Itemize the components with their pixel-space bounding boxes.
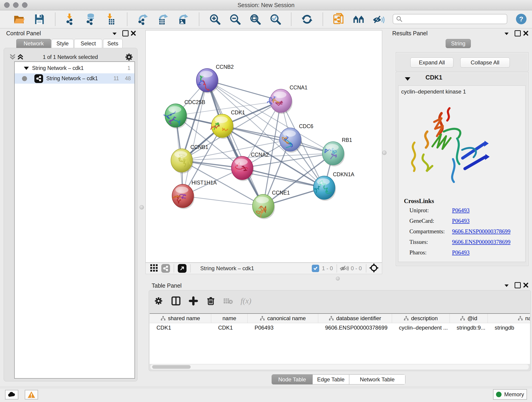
show-columns-icon[interactable] [171, 296, 181, 306]
node-CCNA1[interactable] [267, 89, 293, 114]
export-network-icon[interactable] [137, 13, 149, 26]
node-table[interactable]: shared namenamecanonical namedatabase id… [150, 313, 530, 364]
expand-all-button[interactable]: Expand All [410, 57, 453, 68]
node-CCNE1[interactable] [253, 194, 275, 219]
crosslink-link[interactable]: P06493 [452, 218, 469, 224]
zoom-selected-icon[interactable] [269, 13, 282, 26]
table-cell[interactable]: CDK1 [211, 323, 248, 332]
tab-sets[interactable]: Sets [103, 39, 123, 48]
zoom-fit-icon[interactable] [249, 13, 261, 26]
import-network-database-icon[interactable] [85, 13, 97, 26]
bottom-splitter-grip[interactable] [336, 277, 340, 281]
right-splitter-grip[interactable] [382, 151, 386, 155]
save-session-icon[interactable] [33, 13, 46, 26]
table-panel-menu-caret[interactable] [503, 283, 510, 288]
tab-network-table[interactable]: Network Table [349, 375, 405, 384]
node-CDKN1A[interactable] [313, 176, 336, 201]
birdseye-view-icon[interactable] [178, 264, 186, 273]
node-label-CDK1: CDK1 [231, 109, 245, 115]
network-options-gear-icon[interactable] [125, 53, 133, 62]
function-builder-icon-disabled: f(x) [241, 296, 251, 306]
memory-button[interactable]: Memory [493, 389, 527, 400]
crosslink-link[interactable]: P06493 [452, 207, 469, 214]
table-settings-gear-icon[interactable] [153, 296, 164, 306]
scrollbar-thumb[interactable] [152, 365, 191, 369]
grid-view-icon[interactable] [150, 264, 158, 273]
warnings-button[interactable] [25, 390, 38, 400]
table-cell[interactable]: P06493 [248, 323, 318, 332]
share-network-icon[interactable] [161, 264, 170, 273]
create-column-plus-icon[interactable] [188, 296, 198, 306]
selected-checkbox-icon[interactable] [312, 265, 319, 272]
help-button[interactable]: ? [516, 14, 526, 24]
node-HIST1H1A[interactable] [172, 184, 195, 209]
column-header-canonical-name[interactable]: canonical name [248, 314, 318, 323]
import-table-icon[interactable] [105, 13, 118, 26]
cytoscape-window: Session: New Session ? Control Panel Net… [0, 0, 532, 402]
open-session-icon[interactable] [13, 13, 25, 26]
table-cell[interactable]: CDK1 [150, 323, 211, 332]
table-horizontal-scrollbar[interactable] [150, 364, 529, 370]
crosshair-navigate-icon[interactable] [369, 263, 379, 274]
network-row-selected[interactable]: String Network – cdk1 11 48 [15, 73, 134, 84]
collapse-all-button[interactable]: Collapse All [460, 57, 510, 68]
results-panel-float-button[interactable] [514, 30, 521, 36]
control-panel-close-button[interactable] [130, 30, 137, 36]
table-cell[interactable]: 9606.ENSP00000378699 [318, 323, 392, 332]
crosslink-link[interactable]: 9606.ENSP00000378699 [452, 228, 510, 235]
column-header-namespace[interactable]: namespace [488, 314, 530, 323]
column-header--id[interactable]: @id [450, 314, 488, 323]
export-web-icon[interactable] [332, 13, 345, 26]
table-cell[interactable]: stringdb [488, 323, 530, 332]
control-panel-float-button[interactable] [122, 30, 129, 36]
node-CCNA2[interactable] [231, 156, 254, 181]
zoom-in-icon[interactable] [209, 13, 221, 26]
first-neighbors-icon[interactable] [353, 13, 365, 26]
crosslink-link[interactable]: P06493 [452, 249, 469, 256]
left-splitter-grip[interactable] [139, 205, 144, 210]
column-header-shared-name[interactable]: shared name [150, 314, 211, 323]
network-view-toolbar: String Network – cdk1 1 - 0 0 - 0 [146, 263, 382, 274]
table-row[interactable]: CDK1CDK1P064939606.ENSP00000378699cyclin… [150, 323, 530, 332]
crosslink-link[interactable]: 9606.ENSP00000378699 [452, 239, 510, 245]
export-image-icon[interactable] [177, 13, 190, 26]
cloud-status-button[interactable] [5, 390, 18, 400]
search-input[interactable] [393, 14, 507, 24]
results-panel-menu-caret[interactable] [503, 31, 510, 37]
results-tab-string[interactable]: String [446, 39, 471, 48]
edge-HIST1H1A-CCNE1[interactable] [183, 196, 263, 206]
tab-network[interactable]: Network [16, 39, 51, 48]
tree-expand-caret-icon[interactable] [24, 67, 29, 70]
node-RB1[interactable] [322, 142, 345, 166]
control-panel-menu-caret[interactable] [111, 31, 118, 37]
export-table-icon[interactable] [157, 13, 169, 26]
toolbar-separator [323, 13, 323, 26]
tab-edge-table[interactable]: Edge Table [312, 375, 349, 384]
delete-column-trash-icon[interactable] [206, 296, 216, 306]
edge-CCNB2-HIST1H1A[interactable] [183, 80, 207, 196]
column-header-database-identifier[interactable]: database identifier [318, 314, 392, 323]
table-panel-float-button[interactable] [514, 282, 521, 288]
entry-collapse-caret-icon[interactable] [405, 77, 410, 81]
table-cell[interactable]: cyclin–dependent ... [392, 323, 450, 332]
tab-select[interactable]: Select [74, 39, 102, 48]
node-CCNB2[interactable] [196, 69, 219, 93]
node-CDK1[interactable] [211, 114, 234, 139]
node-CDC25B[interactable] [164, 104, 187, 128]
node-CDC6[interactable] [279, 128, 302, 153]
column-header-description[interactable]: description [392, 314, 450, 323]
import-network-file-icon[interactable] [65, 13, 77, 26]
results-panel-close-button[interactable] [522, 30, 529, 36]
tab-style[interactable]: Style [51, 39, 74, 48]
tab-node-table[interactable]: Node Table [272, 375, 312, 384]
hidden-eye-icon[interactable] [339, 264, 349, 273]
apply-layout-icon[interactable] [301, 13, 313, 26]
hide-selected-icon[interactable] [373, 13, 385, 26]
network-canvas[interactable]: CCNB2CCNA1CDC25BCDK1CDC6RB1CCNB1CCNA2CDK… [146, 30, 382, 263]
table-cell[interactable]: stringdb:9... [450, 323, 488, 332]
table-panel-close-button[interactable] [522, 282, 529, 288]
network-collection-row[interactable]: String Network – cdk1 1 [15, 63, 134, 73]
column-header-name[interactable]: name [211, 314, 248, 323]
zoom-out-icon[interactable] [229, 13, 241, 26]
edge-CCNB2-CCNE1[interactable] [207, 80, 263, 206]
